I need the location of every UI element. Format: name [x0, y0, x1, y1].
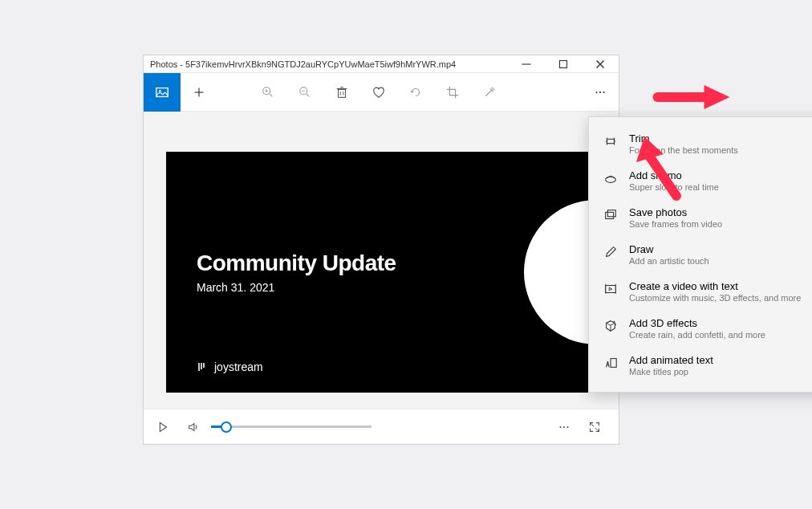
- svg-rect-4: [156, 88, 168, 96]
- video-text-icon: [603, 282, 618, 296]
- volume-button[interactable]: [181, 414, 206, 440]
- menu-label: Trim: [629, 132, 738, 145]
- menu-item-3d-effects[interactable]: Add 3D effects Create rain, add confetti…: [589, 310, 812, 347]
- slider-thumb[interactable]: [221, 421, 232, 433]
- heart-icon: [371, 85, 386, 100]
- minimize-button[interactable]: [508, 55, 545, 72]
- minimize-icon: [519, 57, 534, 71]
- playback-bar: [144, 409, 619, 444]
- annotation-arrow-1: [644, 83, 743, 111]
- play-button[interactable]: [150, 414, 176, 440]
- menu-desc: Super slow to real time: [629, 182, 719, 192]
- svg-point-22: [599, 91, 601, 92]
- maximize-button[interactable]: [545, 55, 582, 72]
- menu-label: Save photos: [629, 206, 722, 218]
- svg-point-34: [606, 177, 616, 182]
- image-icon: [155, 85, 169, 100]
- svg-point-24: [559, 426, 561, 427]
- play-icon: [156, 420, 170, 434]
- menu-desc: Make titles pop: [629, 367, 713, 377]
- view-photo-button[interactable]: [144, 73, 181, 112]
- menu-label: Add animated text: [629, 354, 713, 366]
- fullscreen-icon: [587, 420, 602, 434]
- svg-rect-42: [611, 359, 616, 368]
- zoom-in-icon: [261, 85, 275, 100]
- svg-rect-35: [606, 212, 614, 218]
- menu-item-slomo[interactable]: Add slo-mo Super slow to real time: [589, 162, 812, 199]
- slomo-icon: [603, 171, 618, 185]
- menu-label: Draw: [629, 243, 709, 255]
- app-toolbar: [144, 73, 619, 112]
- menu-label: Add slo-mo: [629, 169, 719, 181]
- rotate-icon: [408, 85, 423, 100]
- maximize-icon: [556, 57, 570, 71]
- window-title: Photos - 5F37ikemvHrvrXBkn9NGTDJ2auRYCpY…: [150, 59, 456, 69]
- svg-rect-37: [606, 286, 616, 293]
- rotate-button[interactable]: [397, 73, 434, 112]
- svg-point-41: [615, 324, 616, 324]
- menu-desc: Customize with music, 3D effects, and mo…: [629, 293, 801, 303]
- svg-point-25: [563, 426, 565, 427]
- fullscreen-button[interactable]: [582, 414, 607, 440]
- menu-item-save-photos[interactable]: Save photos Save frames from video: [589, 199, 812, 236]
- zoom-out-icon: [298, 85, 312, 100]
- trim-icon: [603, 134, 618, 149]
- edit-button[interactable]: [471, 73, 508, 112]
- animated-text-icon: [603, 356, 618, 370]
- menu-desc: Save frames from video: [629, 219, 722, 229]
- crop-button[interactable]: [434, 73, 471, 112]
- save-photos-icon: [603, 208, 618, 222]
- crop-icon: [445, 85, 460, 100]
- joystream-logo-icon: [197, 360, 209, 373]
- more-icon: [557, 420, 571, 434]
- svg-line-9: [270, 93, 273, 96]
- draw-icon: [603, 245, 618, 259]
- svg-line-27: [591, 422, 595, 426]
- zoom-in-button[interactable]: [250, 73, 286, 112]
- menu-label: Create a video with text: [629, 280, 801, 292]
- svg-line-28: [595, 427, 599, 431]
- more-icon: [593, 85, 607, 100]
- close-button[interactable]: [582, 55, 619, 72]
- svg-point-26: [566, 426, 568, 427]
- menu-desc: Create rain, add confetti, and more: [629, 330, 765, 340]
- svg-rect-29: [607, 139, 615, 143]
- favorite-button[interactable]: [360, 73, 397, 112]
- menu-desc: Focus on the best moments: [629, 145, 738, 155]
- wand-icon: [482, 85, 497, 100]
- menu-item-trim[interactable]: Trim Focus on the best moments: [589, 125, 812, 162]
- photos-app-window: Photos - 5F37ikemvHrvrXBkn9NGTDJ2auRYCpY…: [143, 55, 619, 445]
- menu-label: Add 3D effects: [629, 317, 765, 329]
- video-logo: joystream: [197, 360, 263, 373]
- volume-icon: [186, 420, 201, 434]
- delete-button[interactable]: [323, 73, 360, 112]
- window-controls: [508, 55, 619, 72]
- svg-point-40: [614, 321, 615, 323]
- video-frame[interactable]: Community Update March 31. 2021 joystrea…: [166, 152, 596, 393]
- video-decoration-circle: [524, 200, 596, 344]
- progress-slider[interactable]: [211, 421, 371, 434]
- svg-point-5: [159, 89, 161, 92]
- more-dropdown-menu: Trim Focus on the best moments Add slo-m…: [588, 116, 812, 393]
- close-icon: [593, 57, 607, 71]
- video-logo-text: joystream: [214, 360, 263, 373]
- window-titlebar: Photos - 5F37ikemvHrvrXBkn9NGTDJ2auRYCpY…: [144, 55, 619, 73]
- svg-rect-15: [339, 89, 346, 97]
- video-viewport: Community Update March 31. 2021 joystrea…: [144, 112, 619, 409]
- 3d-effects-icon: [603, 319, 618, 333]
- menu-item-draw[interactable]: Draw Add an artistic touch: [589, 236, 812, 273]
- playbar-more-button[interactable]: [551, 414, 577, 440]
- zoom-out-button[interactable]: [286, 73, 323, 112]
- plus-icon: [192, 85, 206, 100]
- menu-item-video-text[interactable]: Create a video with text Customize with …: [589, 273, 812, 310]
- more-button[interactable]: [582, 73, 619, 112]
- menu-item-animated-text[interactable]: Add animated text Make titles pop: [589, 347, 812, 384]
- trash-icon: [335, 85, 349, 100]
- svg-point-21: [595, 91, 597, 92]
- svg-rect-36: [607, 210, 615, 217]
- svg-line-13: [307, 93, 310, 96]
- menu-desc: Add an artistic touch: [629, 256, 709, 266]
- add-button[interactable]: [181, 73, 217, 112]
- svg-point-23: [603, 91, 604, 92]
- svg-rect-1: [560, 60, 567, 67]
